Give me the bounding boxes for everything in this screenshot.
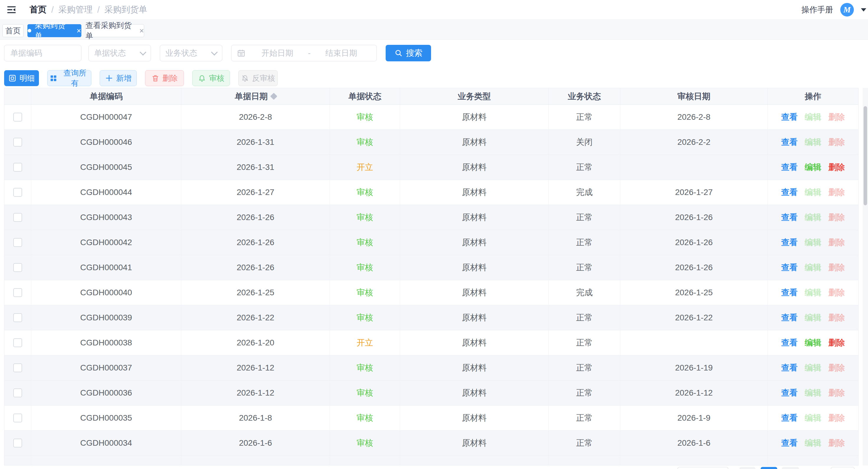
row-checkbox[interactable]	[13, 313, 22, 322]
cell-doc-status: 开立	[330, 330, 400, 355]
scrollbar-track[interactable]	[863, 88, 868, 466]
cell-audit-date	[620, 155, 768, 180]
edit-link[interactable]: 编辑	[805, 337, 822, 348]
delete-button[interactable]: 删除	[145, 70, 184, 86]
view-link[interactable]: 查看	[781, 312, 798, 323]
unaudit-button: 反审核	[238, 70, 278, 86]
view-link[interactable]: 查看	[781, 337, 798, 348]
delete-link: 删除	[829, 287, 845, 298]
detail-button[interactable]: 明细	[4, 70, 39, 86]
sort-icon[interactable]	[270, 93, 277, 100]
breadcrumb-home[interactable]: 首页	[30, 4, 46, 16]
page-size-select[interactable]	[678, 467, 728, 469]
avatar[interactable]: M	[840, 3, 854, 17]
row-checkbox[interactable]	[13, 238, 22, 247]
row-checkbox[interactable]	[13, 363, 22, 372]
delete-link: 删除	[829, 212, 845, 223]
date-range-picker[interactable]: 开始日期 - 结束日期	[231, 45, 377, 61]
tab-home[interactable]: 首页	[2, 24, 24, 37]
edit-link[interactable]: 编辑	[805, 162, 822, 173]
cell-operations: 查看 编辑 删除	[768, 180, 858, 205]
audit-button[interactable]: 审核	[192, 70, 230, 86]
cell-doc-date: 2026-1-6	[181, 431, 330, 456]
doc-status-select[interactable]: 单据状态	[88, 45, 151, 61]
select-placeholder: 业务状态	[165, 48, 197, 58]
row-checkbox[interactable]	[13, 439, 22, 447]
close-icon[interactable]: ×	[140, 27, 144, 34]
cell-audit-date: 2026-1-6	[620, 431, 768, 456]
row-checkbox[interactable]	[13, 263, 22, 272]
caret-down-icon[interactable]	[861, 8, 866, 11]
biz-status-select[interactable]: 业务状态	[160, 45, 222, 61]
cell-doc-status: 审核	[330, 130, 400, 154]
view-link[interactable]: 查看	[781, 362, 798, 374]
delete-link[interactable]: 删除	[829, 162, 845, 173]
tab-purchase-receipt[interactable]: 采购到货单 ×	[27, 24, 82, 37]
search-button[interactable]: 搜索	[385, 45, 431, 61]
table-row: CGDH000034 2026-1-6 审核 原材料 正常 2026-1-6 查…	[4, 431, 858, 456]
row-checkbox[interactable]	[13, 414, 22, 422]
edit-link: 编辑	[805, 137, 822, 148]
cell-operations: 查看 编辑 删除	[768, 305, 858, 330]
view-link[interactable]: 查看	[781, 287, 798, 298]
page-button-2[interactable]	[782, 467, 799, 469]
cell-doc-code: CGDH000037	[31, 355, 181, 380]
edit-link: 编辑	[805, 412, 822, 423]
input-placeholder: 单据编码	[10, 48, 42, 58]
doc-status-badge: 审核	[357, 312, 373, 323]
row-checkbox[interactable]	[13, 288, 22, 297]
tab-view-purchase-receipt[interactable]: 查看采购到货单 ×	[85, 24, 144, 37]
doc-code-input[interactable]: 单据编码	[4, 45, 82, 61]
view-link[interactable]: 查看	[781, 262, 798, 273]
menu-fold-icon[interactable]	[6, 4, 17, 15]
delete-link: 删除	[829, 187, 845, 198]
doc-status-badge: 开立	[357, 162, 373, 173]
cell-doc-code: CGDH000045	[31, 155, 181, 180]
row-checkbox[interactable]	[13, 138, 22, 147]
cell-doc-status: 审核	[330, 355, 400, 380]
cell-operations: 查看 编辑 删除	[768, 280, 858, 305]
row-checkbox[interactable]	[13, 163, 22, 172]
row-checkbox[interactable]	[13, 213, 22, 222]
view-link[interactable]: 查看	[781, 112, 798, 123]
cell-biz-type: 原材料	[400, 406, 549, 430]
delete-link[interactable]: 删除	[829, 337, 845, 348]
close-icon[interactable]: ×	[77, 27, 81, 34]
view-link[interactable]: 查看	[781, 137, 798, 148]
delete-link: 删除	[829, 237, 845, 248]
doc-status-badge: 审核	[357, 387, 373, 399]
view-link[interactable]: 查看	[781, 437, 798, 449]
view-link[interactable]: 查看	[781, 237, 798, 248]
add-button[interactable]: 新增	[100, 70, 137, 86]
view-link[interactable]: 查看	[781, 412, 798, 423]
prev-page-button[interactable]	[739, 467, 755, 469]
table-row: CGDH000037 2026-1-12 审核 原材料 正常 2026-1-19…	[4, 355, 858, 381]
row-checkbox[interactable]	[13, 113, 22, 121]
cell-doc-date: 2026-2-8	[181, 105, 330, 129]
cell-doc-status: 审核	[330, 230, 400, 255]
manual-link[interactable]: 操作手册	[801, 4, 833, 15]
header-doc-date[interactable]: 单据日期	[181, 88, 330, 105]
breadcrumb-separator: /	[97, 5, 100, 15]
range-separator: -	[308, 49, 311, 58]
scrollbar-thumb[interactable]	[864, 106, 867, 205]
delete-link: 删除	[829, 387, 845, 399]
doc-status-badge: 开立	[357, 337, 373, 348]
row-checkbox[interactable]	[13, 188, 22, 197]
row-checkbox[interactable]	[13, 338, 22, 347]
edit-link: 编辑	[805, 112, 822, 123]
view-link[interactable]: 查看	[781, 162, 798, 173]
query-all-button[interactable]: 查询所有	[47, 70, 91, 86]
cell-doc-date: 2026-1-31	[181, 130, 330, 154]
page-button-1-active[interactable]	[761, 467, 777, 469]
header-operations: 操作	[768, 88, 858, 105]
cell-doc-code: CGDH000043	[31, 205, 181, 230]
page-jump-input[interactable]	[831, 467, 855, 469]
cell-operations: 查看 编辑 删除	[768, 431, 858, 456]
view-link[interactable]: 查看	[781, 187, 798, 198]
row-checkbox[interactable]	[13, 388, 22, 397]
breadcrumb-purchase-mgmt[interactable]: 采购管理	[58, 4, 93, 16]
view-link[interactable]: 查看	[781, 387, 798, 399]
view-link[interactable]: 查看	[781, 212, 798, 223]
edit-link: 编辑	[805, 362, 822, 374]
